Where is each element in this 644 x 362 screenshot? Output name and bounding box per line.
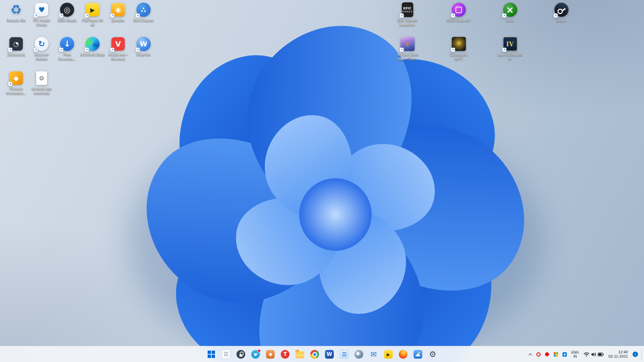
desktop-icon-label: Android app install.bat xyxy=(29,87,54,96)
cyberpunk-icon: ↗ xyxy=(451,36,467,52)
settings[interactable]: ⚙ xyxy=(426,348,439,361)
free-download-manager[interactable]: ↓↗Free Downloa... xyxy=(54,36,80,70)
batch-icon: ⚙ xyxy=(34,70,49,86)
desktop-icon-label: PotPlayer 64 bit xyxy=(80,18,105,27)
fdm-icon: ↓↗ xyxy=(59,36,75,52)
blue-app[interactable] xyxy=(337,348,351,361)
hidden-icons-chevron[interactable] xyxy=(527,348,534,361)
file-explorer[interactable] xyxy=(293,348,307,361)
obs-studio[interactable]: ◎↗OBS Studio xyxy=(54,2,80,36)
firefox[interactable] xyxy=(396,348,410,361)
macrium-reflect[interactable]: ↻↗Macrium Reflect xyxy=(29,36,54,70)
gray-browser[interactable] xyxy=(352,348,366,361)
shortcut-arrow-icon: ↗ xyxy=(399,48,404,52)
edge-icon: ↗ xyxy=(85,36,100,52)
xbox-icon: ×↗ xyxy=(502,2,518,17)
gray-icon xyxy=(355,350,363,359)
desktop-icons-right: EPICGAMES↗Epic Games Launcher↗GOG GALAXY… xyxy=(382,2,587,70)
shortcut-arrow-icon: ↗ xyxy=(8,48,12,52)
lock-icon xyxy=(236,350,245,359)
desktop-icon-label: Microsoft Edge xyxy=(80,53,105,57)
word-icon: W xyxy=(325,350,334,359)
tray-app-microsoft-icon xyxy=(554,352,558,357)
dashboard[interactable]: ◔↗Dashboard xyxy=(3,36,29,70)
desktop-icon-label: VMware Workstatio... xyxy=(3,87,29,96)
shortcut-arrow-icon: ↗ xyxy=(136,48,140,52)
aoe-icon: IV↗ xyxy=(502,36,518,52)
microsoft-edge[interactable]: ↗Microsoft Edge xyxy=(80,36,105,70)
synctrayzor-icon: ∴↗ xyxy=(136,2,151,17)
clock[interactable]: 12:40 02-11-2021 xyxy=(606,348,630,361)
epic-text-line1: EPIC xyxy=(403,7,412,10)
status-icon-group xyxy=(584,352,604,357)
vivaldi-icon: V↗ xyxy=(110,36,126,52)
android-app-install-bat[interactable]: ⚙Android app install.bat xyxy=(29,70,54,105)
notes-app[interactable] xyxy=(219,348,233,361)
synctrayzor[interactable]: ∴↗SyncTrayzor xyxy=(131,2,156,36)
photos[interactable] xyxy=(411,348,425,361)
firefox-icon xyxy=(399,350,408,359)
desktop-icon-label: vivaldi.exe - Shortcut xyxy=(105,53,131,61)
explorer-icon xyxy=(296,351,304,358)
telegram[interactable] xyxy=(249,348,262,361)
system-tray: ENG IN xyxy=(527,346,643,362)
chrome[interactable] xyxy=(308,348,321,361)
desktop-icon-label: Dashboard xyxy=(7,53,25,57)
pc-health-check[interactable]: ♥↗PC Health Check xyxy=(29,2,54,36)
horizon-zero-dawn[interactable]: ↗Horizon Zero Dawn Com... xyxy=(395,36,420,70)
word[interactable]: W xyxy=(323,348,336,361)
tapp-icon: T xyxy=(281,350,289,359)
gog-icon: ↗ xyxy=(451,2,467,17)
desktop-icon-label: Horizon Zero Dawn Com... xyxy=(395,53,420,61)
gog-galaxy[interactable]: ↗GOG GALAXY xyxy=(446,2,472,36)
tray-app-red-dot-icon xyxy=(545,352,549,356)
steam[interactable]: ↗Steam xyxy=(549,2,574,36)
dashboard-icon: ◔↗ xyxy=(8,36,24,52)
waterfox[interactable]: W↗Waterfox xyxy=(131,36,156,70)
t-app[interactable]: T xyxy=(278,348,292,361)
icon-glyph: ⚙ xyxy=(36,71,47,85)
language-indicator[interactable]: ENG IN xyxy=(569,348,581,361)
desktop[interactable]: ♻Recycle Bin♥↗PC Health Check◎↗OBS Studi… xyxy=(0,0,644,362)
tray-app-ring[interactable] xyxy=(534,348,542,361)
desktop-icon-label: Free Downloa... xyxy=(54,53,80,61)
tray-app-red-dot[interactable] xyxy=(543,348,551,361)
age-of-empires-iv[interactable]: IV↗Age of Empires IV xyxy=(497,36,523,70)
gpodder-icon: ◉↗ xyxy=(110,2,126,17)
mail[interactable]: ✉ xyxy=(367,348,380,361)
cyberpunk-2077[interactable]: ↗Cyberpunk 2077 xyxy=(446,36,472,70)
desktop-icon-label: OBS Studio xyxy=(57,18,76,23)
tray-icon-group xyxy=(534,348,569,361)
show-desktop-button[interactable] xyxy=(641,349,643,360)
epic-text-line2: GAMES xyxy=(402,10,413,13)
notification-center-button[interactable]: 1 xyxy=(631,348,640,361)
settings-icon: ⚙ xyxy=(429,350,436,359)
gpodder[interactable]: ◉↗gpodder xyxy=(105,2,131,36)
shortcut-arrow-icon: ↗ xyxy=(399,13,404,18)
potplayer-64-bit[interactable]: ▶↗PotPlayer 64 bit xyxy=(80,2,105,36)
potplayer[interactable]: ▶ xyxy=(382,348,395,361)
xbox[interactable]: ×↗Xbox xyxy=(497,2,523,36)
photos-icon xyxy=(414,350,422,359)
shortcut-arrow-icon: ↗ xyxy=(136,13,140,18)
shortcut-arrow-icon: ↗ xyxy=(34,13,38,18)
recycle-bin[interactable]: ♻Recycle Bin xyxy=(3,2,29,36)
epic-games-launcher[interactable]: EPICGAMES↗Epic Games Launcher xyxy=(395,2,420,36)
hzd-icon: ↗ xyxy=(400,36,415,52)
desktop-icon-label: Recycle Bin xyxy=(6,18,26,23)
health-icon: ♥↗ xyxy=(34,2,49,17)
shortcut-arrow-icon: ↗ xyxy=(502,48,506,52)
desktop-icon-label: Steam xyxy=(556,18,567,23)
start-button[interactable] xyxy=(205,348,218,361)
steam-icon: ↗ xyxy=(554,2,569,17)
orange-app[interactable] xyxy=(264,348,277,361)
lock-app[interactable] xyxy=(234,348,248,361)
potplayer-icon: ▶↗ xyxy=(85,2,100,17)
shortcut-arrow-icon: ↗ xyxy=(553,13,558,18)
shortcut-arrow-icon: ↗ xyxy=(110,48,114,52)
vmware-workstation[interactable]: ◆↗VMware Workstatio... xyxy=(3,70,29,105)
tray-app-blue-grid[interactable] xyxy=(560,348,569,361)
vivaldi-shortcut[interactable]: V↗vivaldi.exe - Shortcut xyxy=(105,36,131,70)
tray-app-microsoft[interactable] xyxy=(552,348,560,361)
quick-settings-button[interactable] xyxy=(582,348,606,361)
